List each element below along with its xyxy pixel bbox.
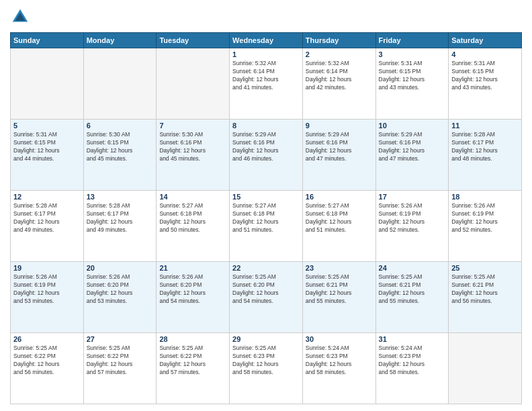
day-number: 31 xyxy=(379,335,446,343)
calendar-cell: 9Sunrise: 5:29 AM Sunset: 6:16 PM Daylig… xyxy=(302,120,375,191)
calendar-cell xyxy=(11,48,84,120)
calendar-cell: 31Sunrise: 5:24 AM Sunset: 6:23 PM Dayli… xyxy=(375,333,449,404)
day-info: Sunrise: 5:32 AM Sunset: 6:14 PM Dayligh… xyxy=(232,60,300,92)
calendar-cell: 24Sunrise: 5:25 AM Sunset: 6:21 PM Dayli… xyxy=(375,262,449,333)
day-number: 9 xyxy=(306,122,373,130)
day-info: Sunrise: 5:28 AM Sunset: 6:17 PM Dayligh… xyxy=(87,202,154,234)
calendar-cell: 14Sunrise: 5:27 AM Sunset: 6:18 PM Dayli… xyxy=(157,191,230,262)
day-number: 28 xyxy=(159,335,226,343)
day-info: Sunrise: 5:24 AM Sunset: 6:23 PM Dayligh… xyxy=(379,345,446,377)
day-number: 12 xyxy=(13,193,81,201)
page: SundayMondayTuesdayWednesdayThursdayFrid… xyxy=(0,0,532,411)
day-number: 23 xyxy=(306,264,373,272)
day-number: 26 xyxy=(13,335,81,343)
calendar-cell: 28Sunrise: 5:25 AM Sunset: 6:22 PM Dayli… xyxy=(157,333,230,404)
day-header-sunday: Sunday xyxy=(11,33,84,48)
calendar-week-1: 1Sunrise: 5:32 AM Sunset: 6:14 PM Daylig… xyxy=(11,48,522,120)
day-info: Sunrise: 5:31 AM Sunset: 6:15 PM Dayligh… xyxy=(451,60,519,92)
day-number: 3 xyxy=(379,50,446,58)
calendar-cell: 1Sunrise: 5:32 AM Sunset: 6:14 PM Daylig… xyxy=(230,48,303,120)
day-header-friday: Friday xyxy=(375,33,449,48)
calendar-cell: 27Sunrise: 5:25 AM Sunset: 6:22 PM Dayli… xyxy=(83,333,157,404)
day-number: 8 xyxy=(232,122,300,130)
day-info: Sunrise: 5:27 AM Sunset: 6:18 PM Dayligh… xyxy=(232,202,300,234)
day-info: Sunrise: 5:26 AM Sunset: 6:20 PM Dayligh… xyxy=(87,273,154,306)
day-info: Sunrise: 5:25 AM Sunset: 6:21 PM Dayligh… xyxy=(451,273,519,306)
day-info: Sunrise: 5:32 AM Sunset: 6:14 PM Dayligh… xyxy=(306,60,373,92)
day-info: Sunrise: 5:25 AM Sunset: 6:23 PM Dayligh… xyxy=(232,345,300,377)
day-info: Sunrise: 5:25 AM Sunset: 6:21 PM Dayligh… xyxy=(379,273,446,306)
day-header-tuesday: Tuesday xyxy=(157,33,230,48)
day-number: 7 xyxy=(159,122,226,130)
day-info: Sunrise: 5:25 AM Sunset: 6:22 PM Dayligh… xyxy=(159,345,226,377)
day-header-thursday: Thursday xyxy=(302,33,375,48)
day-info: Sunrise: 5:28 AM Sunset: 6:17 PM Dayligh… xyxy=(13,202,81,234)
calendar-week-4: 19Sunrise: 5:26 AM Sunset: 6:19 PM Dayli… xyxy=(11,262,522,333)
calendar-cell: 26Sunrise: 5:25 AM Sunset: 6:22 PM Dayli… xyxy=(11,333,84,404)
day-info: Sunrise: 5:31 AM Sunset: 6:15 PM Dayligh… xyxy=(13,131,81,163)
day-header-wednesday: Wednesday xyxy=(230,33,303,48)
calendar-cell: 25Sunrise: 5:25 AM Sunset: 6:21 PM Dayli… xyxy=(449,262,522,333)
calendar-cell: 20Sunrise: 5:26 AM Sunset: 6:20 PM Dayli… xyxy=(83,262,157,333)
calendar-cell: 30Sunrise: 5:24 AM Sunset: 6:23 PM Dayli… xyxy=(302,333,375,404)
calendar-table: SundayMondayTuesdayWednesdayThursdayFrid… xyxy=(10,32,522,404)
calendar-cell: 18Sunrise: 5:26 AM Sunset: 6:19 PM Dayli… xyxy=(449,191,522,262)
calendar-cell: 16Sunrise: 5:27 AM Sunset: 6:18 PM Dayli… xyxy=(302,191,375,262)
calendar-cell: 3Sunrise: 5:31 AM Sunset: 6:15 PM Daylig… xyxy=(375,48,449,120)
calendar-week-2: 5Sunrise: 5:31 AM Sunset: 6:15 PM Daylig… xyxy=(11,120,522,191)
day-info: Sunrise: 5:28 AM Sunset: 6:17 PM Dayligh… xyxy=(451,131,519,163)
calendar-cell: 23Sunrise: 5:25 AM Sunset: 6:21 PM Dayli… xyxy=(302,262,375,333)
day-info: Sunrise: 5:24 AM Sunset: 6:23 PM Dayligh… xyxy=(306,345,373,377)
day-info: Sunrise: 5:30 AM Sunset: 6:16 PM Dayligh… xyxy=(159,131,226,163)
calendar-cell: 5Sunrise: 5:31 AM Sunset: 6:15 PM Daylig… xyxy=(11,120,84,191)
day-info: Sunrise: 5:30 AM Sunset: 6:15 PM Dayligh… xyxy=(87,131,154,163)
calendar-cell xyxy=(449,333,522,404)
day-header-saturday: Saturday xyxy=(449,33,522,48)
day-number: 13 xyxy=(87,193,154,201)
day-number: 2 xyxy=(306,50,373,58)
calendar-cell: 21Sunrise: 5:26 AM Sunset: 6:20 PM Dayli… xyxy=(157,262,230,333)
day-number: 17 xyxy=(379,193,446,201)
day-number: 5 xyxy=(13,122,81,130)
day-number: 18 xyxy=(451,193,519,201)
day-info: Sunrise: 5:29 AM Sunset: 6:16 PM Dayligh… xyxy=(232,131,300,163)
day-info: Sunrise: 5:29 AM Sunset: 6:16 PM Dayligh… xyxy=(379,131,446,163)
day-info: Sunrise: 5:26 AM Sunset: 6:20 PM Dayligh… xyxy=(159,273,226,306)
calendar-cell: 8Sunrise: 5:29 AM Sunset: 6:16 PM Daylig… xyxy=(230,120,303,191)
calendar-cell: 10Sunrise: 5:29 AM Sunset: 6:16 PM Dayli… xyxy=(375,120,449,191)
day-info: Sunrise: 5:25 AM Sunset: 6:22 PM Dayligh… xyxy=(13,345,81,377)
calendar-cell: 22Sunrise: 5:25 AM Sunset: 6:20 PM Dayli… xyxy=(230,262,303,333)
day-number: 27 xyxy=(87,335,154,343)
day-number: 6 xyxy=(87,122,154,130)
day-info: Sunrise: 5:26 AM Sunset: 6:19 PM Dayligh… xyxy=(451,202,519,234)
calendar-cell: 7Sunrise: 5:30 AM Sunset: 6:16 PM Daylig… xyxy=(157,120,230,191)
calendar-cell: 11Sunrise: 5:28 AM Sunset: 6:17 PM Dayli… xyxy=(449,120,522,191)
day-number: 4 xyxy=(451,50,519,58)
day-info: Sunrise: 5:26 AM Sunset: 6:19 PM Dayligh… xyxy=(379,202,446,234)
day-number: 24 xyxy=(379,264,446,272)
calendar-cell: 17Sunrise: 5:26 AM Sunset: 6:19 PM Dayli… xyxy=(375,191,449,262)
day-number: 22 xyxy=(232,264,300,272)
calendar-cell: 12Sunrise: 5:28 AM Sunset: 6:17 PM Dayli… xyxy=(11,191,84,262)
day-number: 11 xyxy=(451,122,519,130)
day-info: Sunrise: 5:25 AM Sunset: 6:22 PM Dayligh… xyxy=(87,345,154,377)
logo-icon xyxy=(10,7,30,27)
calendar-cell: 6Sunrise: 5:30 AM Sunset: 6:15 PM Daylig… xyxy=(83,120,157,191)
day-info: Sunrise: 5:27 AM Sunset: 6:18 PM Dayligh… xyxy=(306,202,373,234)
day-info: Sunrise: 5:26 AM Sunset: 6:19 PM Dayligh… xyxy=(13,273,81,306)
day-info: Sunrise: 5:25 AM Sunset: 6:21 PM Dayligh… xyxy=(306,273,373,306)
day-number: 25 xyxy=(451,264,519,272)
day-number: 16 xyxy=(306,193,373,201)
day-number: 30 xyxy=(306,335,373,343)
calendar-cell: 2Sunrise: 5:32 AM Sunset: 6:14 PM Daylig… xyxy=(302,48,375,120)
day-number: 19 xyxy=(13,264,81,272)
calendar-cell: 29Sunrise: 5:25 AM Sunset: 6:23 PM Dayli… xyxy=(230,333,303,404)
day-number: 20 xyxy=(87,264,154,272)
day-number: 10 xyxy=(379,122,446,130)
calendar-cell: 4Sunrise: 5:31 AM Sunset: 6:15 PM Daylig… xyxy=(449,48,522,120)
calendar-week-5: 26Sunrise: 5:25 AM Sunset: 6:22 PM Dayli… xyxy=(11,333,522,404)
day-number: 14 xyxy=(159,193,226,201)
day-info: Sunrise: 5:27 AM Sunset: 6:18 PM Dayligh… xyxy=(159,202,226,234)
calendar-week-3: 12Sunrise: 5:28 AM Sunset: 6:17 PM Dayli… xyxy=(11,191,522,262)
day-number: 29 xyxy=(232,335,300,343)
